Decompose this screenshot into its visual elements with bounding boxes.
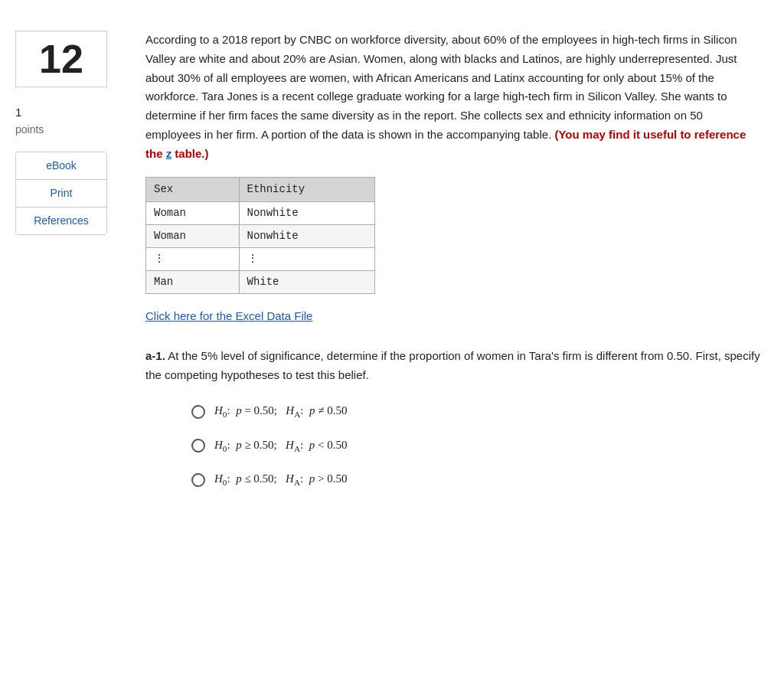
table-cell-eth-4: White [239, 271, 374, 294]
main-content: According to a 2018 report by CNBC on wo… [130, 15, 784, 658]
hypothesis-text-3: H0: p ≤ 0.50; HA: p > 0.50 [214, 469, 347, 490]
table-row: ⋮ ⋮ [146, 248, 375, 271]
table-row: Woman Nonwhite [146, 202, 375, 225]
table-cell-sex-3: ⋮ [146, 248, 240, 271]
radio-button-3[interactable] [191, 473, 205, 487]
hypotheses-container: H0: p = 0.50; HA: p ≠ 0.50 H0: p ≥ 0.50;… [191, 401, 761, 490]
table-cell-sex-1: Woman [146, 202, 240, 225]
print-button[interactable]: Print [16, 180, 106, 207]
hypothesis-option-2: H0: p ≥ 0.50; HA: p < 0.50 [191, 436, 761, 456]
ebook-button[interactable]: eBook [16, 152, 106, 180]
hypothesis-text-1: H0: p = 0.50; HA: p ≠ 0.50 [214, 401, 347, 422]
question-label: a-1. [145, 349, 165, 362]
references-button[interactable]: References [16, 207, 106, 234]
intro-paragraph: According to a 2018 report by CNBC on wo… [145, 31, 761, 163]
table-cell-sex-2: Woman [146, 225, 240, 248]
nav-buttons-container: eBook Print References [15, 152, 107, 235]
table-header-sex: Sex [146, 178, 240, 202]
points-section: 1 points [15, 104, 44, 138]
highlight-text-end: table.) [172, 147, 208, 160]
radio-button-1[interactable] [191, 405, 205, 419]
question-section: a-1. At the 5% level of significance, de… [145, 347, 761, 490]
hypothesis-text-2: H0: p ≥ 0.50; HA: p < 0.50 [214, 436, 347, 456]
question-body: At the 5% level of significance, determi… [145, 349, 760, 381]
points-value: 1 [15, 104, 44, 122]
points-label: points [15, 122, 44, 138]
intro-text-body: According to a 2018 report by CNBC on wo… [145, 33, 737, 141]
excel-data-link[interactable]: Click here for the Excel Data File [145, 308, 312, 325]
table-cell-eth-2: Nonwhite [239, 225, 374, 248]
left-sidebar: 12 1 points eBook Print References [0, 15, 130, 658]
table-header-ethnicity: Ethnicity [239, 178, 374, 202]
table-row: Man White [146, 271, 375, 294]
question-number: 12 [15, 31, 107, 87]
data-table: Sex Ethnicity Woman Nonwhite Woman Nonwh… [145, 177, 375, 294]
table-row: Woman Nonwhite [146, 225, 375, 248]
table-cell-eth-1: Nonwhite [239, 202, 374, 225]
table-cell-sex-4: Man [146, 271, 240, 294]
radio-button-2[interactable] [191, 439, 205, 452]
question-text: a-1. At the 5% level of significance, de… [145, 347, 761, 385]
hypothesis-option-3: H0: p ≤ 0.50; HA: p > 0.50 [191, 469, 761, 490]
hypothesis-option-1: H0: p = 0.50; HA: p ≠ 0.50 [191, 401, 761, 422]
table-cell-eth-3: ⋮ [239, 248, 374, 271]
